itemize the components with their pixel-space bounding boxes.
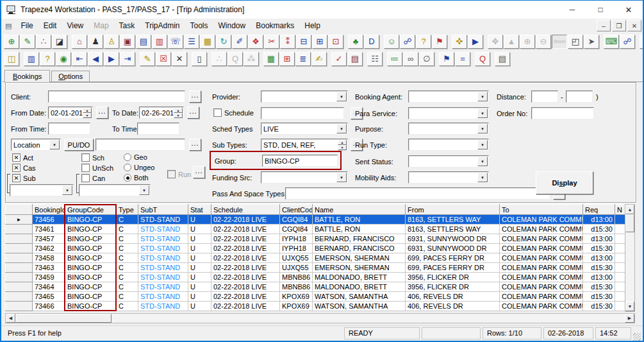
cell-type[interactable]: C (117, 225, 138, 234)
cell-req[interactable]: d15:30 (583, 263, 615, 273)
person-report-icon[interactable]: ⚑ (432, 35, 447, 49)
display-button[interactable]: Display (536, 171, 593, 194)
cell-subt[interactable]: STD-STAND (138, 234, 188, 244)
cell-schedule[interactable]: 02-22-2018 LIVE (211, 244, 280, 253)
new-booking-icon[interactable]: ▯ (192, 52, 207, 66)
nav-first-button[interactable]: ⇤ (72, 52, 87, 66)
cell-stat[interactable]: U (188, 273, 211, 282)
alert-icon[interactable]: ! (640, 35, 644, 49)
cell-schedule[interactable]: 02-22-2018 LIVE (211, 263, 280, 273)
pushpin-icon[interactable]: ✜ (452, 35, 467, 49)
filter-act-checkbox[interactable]: ✕Act (12, 153, 33, 162)
cell-schedule[interactable]: 02-22-2018 LIVE (211, 292, 280, 302)
order-no-input[interactable] (531, 107, 594, 119)
row-selector[interactable] (6, 273, 33, 282)
cell-booking_id[interactable]: 73463 (33, 263, 65, 273)
menu-help[interactable]: Help (299, 20, 326, 31)
pointer-icon[interactable]: ➤ (584, 35, 599, 49)
cell-booking_id[interactable]: 73465 (33, 292, 65, 302)
link-icon[interactable]: ∞ (403, 52, 418, 66)
cell-from[interactable]: 406, REVELS DR (406, 302, 500, 311)
run-checkbox[interactable]: Run (167, 170, 191, 178)
cell-type[interactable]: C (117, 234, 138, 244)
mdi-minimize-button[interactable]: – (597, 20, 611, 31)
table-row[interactable]: 73461BINGO-CPCSTD-STANDU02-22-2018 LIVEC… (6, 225, 625, 234)
cell-stat[interactable]: U (188, 215, 211, 225)
route-icon[interactable]: ↻ (216, 35, 231, 49)
table-row[interactable]: 73464BINGO-CPCSTD-STANDU02-22-2018 LIVEM… (6, 282, 625, 292)
cell-schedule[interactable]: 02-22-2018 LIVE (211, 225, 280, 234)
table-row[interactable]: 73465BINGO-CPCSTD-STANDU02-22-2018 LIVEK… (6, 292, 625, 302)
cell-req[interactable]: d15:30 (583, 302, 615, 311)
cell-to[interactable]: COLEMAN PARK COMMUN (500, 292, 583, 302)
cell-from[interactable]: 6931, SUNNYWOOD DR (406, 244, 500, 253)
monitor-map-icon[interactable]: ⊡ (328, 35, 343, 49)
menu-view[interactable]: View (62, 20, 88, 31)
cell-req[interactable]: d13:00 (583, 253, 615, 263)
vehicles-icon[interactable]: ▤ (136, 35, 151, 49)
trip-columns-icon[interactable]: ▥ (24, 52, 39, 66)
mobility-aids-select[interactable]: ▼ (408, 171, 489, 184)
cell-name[interactable]: EMERSON, SHERMAN (313, 263, 406, 273)
vehicle-stop-icon[interactable]: ▥ (152, 35, 167, 49)
scrollbar-thumb[interactable] (625, 214, 634, 232)
cell-subt[interactable]: STD-STAND (138, 282, 188, 292)
cell-name[interactable]: BATTLE, RON (313, 225, 406, 234)
scroll-down-icon[interactable]: ▼ (625, 302, 634, 311)
scroll-left-icon[interactable]: ◀ (6, 314, 15, 323)
sub-types-spinner[interactable]: ▲▼ (338, 140, 347, 150)
run-lookup-button[interactable]: ... (193, 166, 205, 178)
schedule-checkbox[interactable]: Schedule (213, 108, 254, 117)
cell-req[interactable]: d13:00 (583, 234, 615, 244)
phone-booking-icon[interactable]: ☏ (168, 35, 183, 49)
geo-radio-geo[interactable]: Geo (124, 153, 147, 161)
cell-name[interactable]: BATTLE, RON (313, 215, 406, 225)
cell-group_code[interactable]: BINGO-CP (65, 234, 117, 244)
cell-client_code[interactable]: KPOX69 (280, 302, 313, 311)
exit-door-icon[interactable]: ◫ (4, 52, 19, 66)
cell-to[interactable]: COLEMAN PARK COMMUN (500, 273, 583, 282)
cell-group_code[interactable]: BINGO-CP (65, 273, 117, 282)
provider-select[interactable]: ▼ (261, 90, 348, 103)
find-map-icon[interactable]: ☍ (400, 35, 415, 49)
cell-subt[interactable]: STD-STAND (138, 273, 188, 282)
sub-filter-select[interactable]: ▼ (10, 184, 74, 196)
tab-bookings[interactable]: Bookings (4, 70, 50, 82)
distance-from-input[interactable] (531, 90, 558, 103)
cell-req[interactable]: d13:00 (583, 273, 615, 282)
times-icon[interactable]: ≣ (295, 52, 311, 66)
table-row[interactable]: 73458BINGO-CPCSTD-STANDU02-22-2018 LIVEU… (6, 253, 625, 263)
col-header-Name[interactable]: Name (313, 205, 406, 215)
cancel-booking-icon[interactable]: ✕ (172, 52, 187, 66)
row-selector[interactable] (6, 253, 33, 263)
map-markers-icon[interactable]: ∴ (36, 35, 51, 49)
cell-client_code[interactable]: CGQI84 (280, 225, 313, 234)
col-header-From[interactable]: From (406, 205, 500, 215)
cell-stat[interactable]: U (188, 244, 211, 253)
title-bar[interactable]: Trapeze4 Workstation - PASS_17/PASS_17 -… (1, 1, 643, 19)
avl-antenna-icon[interactable]: ☍ (620, 35, 635, 49)
chevron-down-icon[interactable]: ▼ (477, 173, 488, 182)
checklist-icon[interactable]: ≔ (387, 52, 402, 66)
cell-name[interactable]: MALDONADO, BRETT (313, 273, 406, 282)
cell-req[interactable]: d15:30 (583, 292, 615, 302)
cell-stat[interactable]: U (188, 234, 211, 244)
row-selector[interactable] (6, 302, 33, 311)
grid-vertical-scrollbar[interactable]: ▲ ▼ (625, 204, 635, 312)
cell-from[interactable]: 8163, SETTLERS WAY (406, 215, 500, 225)
menu-task[interactable]: Task (114, 20, 140, 31)
cell-from[interactable]: 699, PACES FERRY DR (406, 253, 500, 263)
close-button[interactable]: ✕ (615, 1, 643, 19)
cell-from[interactable]: 699, PACES FERRY DR (406, 263, 500, 273)
mdi-restore-button[interactable]: ❐ (612, 20, 626, 31)
from-date-field[interactable]: 02-01-2018▲▼ (48, 107, 93, 119)
calendar-icon[interactable]: ⊞ (279, 52, 295, 66)
delete-booking-icon[interactable]: ☒ (156, 52, 171, 66)
cell-schedule[interactable]: 02-22-2018 LIVE (211, 215, 280, 225)
cell-subt[interactable]: STD-STAND (138, 302, 188, 311)
booking-agent-select[interactable]: ▼ (408, 90, 489, 103)
table-row[interactable]: 73463BINGO-CPCSTD-STANDU02-22-2018 LIVEU… (6, 263, 625, 273)
pass-space-input[interactable] (285, 187, 550, 200)
browse-book-icon[interactable]: ▤ (495, 52, 510, 66)
playback-window-icon[interactable]: ▶ (468, 35, 483, 49)
